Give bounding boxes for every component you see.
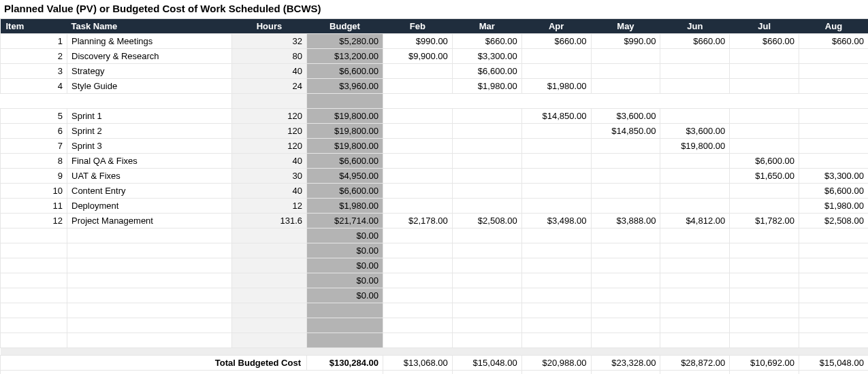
cell	[452, 94, 521, 109]
month-value	[383, 109, 453, 124]
col-month: Aug	[799, 19, 868, 34]
cell	[660, 273, 730, 288]
item-number: 10	[1, 184, 67, 199]
item-number: 3	[1, 64, 67, 79]
table-row: $0.00	[1, 273, 869, 288]
month-value	[730, 64, 799, 79]
table-row	[1, 303, 869, 318]
totals-separator	[1, 348, 869, 356]
cumulative-value: $111,996.00	[730, 371, 799, 375]
hours-value: 131.6	[232, 214, 307, 228]
cell	[307, 94, 383, 109]
month-value: $6,600.00	[452, 64, 521, 79]
hours-value: 80	[232, 49, 307, 64]
header-row: Item Task Name Hours Budget Feb Mar Apr …	[1, 19, 869, 34]
month-value	[591, 79, 660, 94]
cell	[452, 258, 521, 273]
month-value	[383, 169, 453, 184]
month-value: $660.00	[799, 34, 868, 49]
budget-value: $0.00	[307, 258, 383, 273]
cell	[307, 318, 383, 333]
item-number: 9	[1, 169, 67, 184]
month-value	[383, 79, 453, 94]
month-value	[591, 154, 660, 169]
col-item: Item	[1, 19, 67, 34]
hours-value: 32	[232, 34, 307, 49]
cell	[660, 243, 730, 258]
cell	[1, 288, 67, 303]
month-value: $1,980.00	[799, 199, 868, 214]
budget-value: $21,714.00	[307, 214, 383, 228]
cell	[452, 303, 521, 318]
cumulative-value: $72,432.00	[591, 371, 660, 375]
task-name: Sprint 1	[67, 109, 232, 124]
table-row: 7Sprint 3120$19,800.00$19,800.00	[1, 139, 869, 154]
cumulative-value: $101,304.00	[660, 371, 730, 375]
cell	[591, 273, 660, 288]
cell	[591, 228, 660, 243]
hours-value: 24	[232, 79, 307, 94]
month-value	[383, 184, 453, 199]
cell	[67, 258, 232, 273]
cell	[232, 318, 307, 333]
cell	[307, 333, 383, 348]
month-value: $3,300.00	[799, 169, 868, 184]
budget-value: $6,600.00	[307, 154, 383, 169]
month-value	[660, 199, 730, 214]
table-row	[1, 318, 869, 333]
task-name: Content Entry	[67, 184, 232, 199]
month-value	[660, 79, 730, 94]
cell	[1, 303, 67, 318]
col-month: Apr	[521, 19, 591, 34]
total-budgeted-label: Total Budgeted Cost	[1, 356, 307, 371]
task-name: Sprint 3	[67, 139, 232, 154]
month-total: $13,068.00	[383, 356, 453, 371]
cell	[383, 288, 453, 303]
cell	[660, 303, 730, 318]
month-value: $660.00	[452, 34, 521, 49]
cell	[67, 288, 232, 303]
month-value	[660, 169, 730, 184]
cell	[660, 94, 730, 109]
cell	[232, 243, 307, 258]
item-number: 11	[1, 199, 67, 214]
cell	[799, 228, 868, 243]
month-value	[799, 49, 868, 64]
cell	[1, 333, 67, 348]
cell	[521, 318, 591, 333]
month-value	[452, 199, 521, 214]
cell	[232, 273, 307, 288]
budget-value: $4,950.00	[307, 169, 383, 184]
table-row: $0.00	[1, 228, 869, 243]
cell	[521, 333, 591, 348]
month-total: $15,048.00	[799, 356, 868, 371]
cell	[232, 333, 307, 348]
month-value	[452, 139, 521, 154]
col-task: Task Name	[67, 19, 232, 34]
cell	[730, 228, 799, 243]
month-value	[521, 124, 591, 139]
cell	[591, 303, 660, 318]
hours-value: 12	[232, 199, 307, 214]
budget-value: $6,600.00	[307, 184, 383, 199]
month-value	[730, 79, 799, 94]
cell	[591, 318, 660, 333]
table-row: 8Final QA & Fixes40$6,600.00$6,600.00	[1, 154, 869, 169]
table-row: 1Planning & Meetings32$5,280.00$990.00$6…	[1, 34, 869, 49]
budget-value: $3,960.00	[307, 79, 383, 94]
item-number: 6	[1, 124, 67, 139]
month-value: $3,300.00	[452, 49, 521, 64]
month-value	[591, 169, 660, 184]
month-value	[591, 184, 660, 199]
cell	[232, 94, 307, 109]
month-value	[591, 139, 660, 154]
month-value	[521, 49, 591, 64]
budget-value: $1,980.00	[307, 199, 383, 214]
cell	[452, 288, 521, 303]
month-value: $1,980.00	[521, 79, 591, 94]
cell	[591, 258, 660, 273]
hours-value: 40	[232, 64, 307, 79]
cell	[521, 243, 591, 258]
month-value	[383, 199, 453, 214]
month-value: $6,600.00	[730, 154, 799, 169]
